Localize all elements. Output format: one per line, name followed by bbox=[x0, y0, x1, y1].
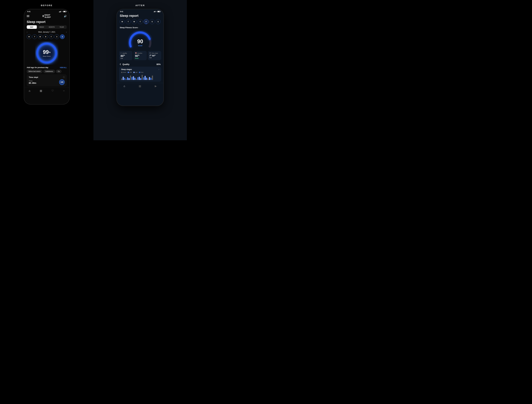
time-tabs: DAY WEEK MONTH YEAR bbox=[27, 25, 67, 29]
right-day-M[interactable]: M bbox=[120, 19, 125, 24]
stages-header[interactable]: Sleep stages › bbox=[121, 68, 159, 71]
routine-sub: Good bbox=[135, 58, 146, 59]
right-status-icons: ‣ bbox=[154, 11, 160, 13]
right-phone: 9:41 ‣ Sleep report M T W T F S bbox=[117, 9, 164, 106]
bar-21 bbox=[150, 78, 152, 80]
bar-9 bbox=[133, 76, 134, 80]
tag-calisthenics[interactable]: Calisthenics bbox=[43, 70, 55, 73]
today-value: 8h 49m bbox=[29, 82, 36, 84]
info-icon[interactable]: ⓘ bbox=[63, 76, 65, 78]
next-date-button[interactable]: › bbox=[66, 31, 67, 33]
rem-label: REM bbox=[129, 72, 132, 73]
brand-logo: 8 EIGHTSLEEP bbox=[43, 14, 51, 18]
right-chart-icon[interactable]: ▩ bbox=[139, 85, 141, 88]
left-phone: 9:41 ‣ 8 EIGHTSLEEP bbox=[24, 9, 69, 104]
bar-11 bbox=[136, 79, 137, 80]
tags-title: Add tags for previous day bbox=[27, 66, 48, 69]
left-status-icons: ‣ bbox=[59, 11, 66, 13]
moon-icon: ☾ bbox=[120, 52, 122, 54]
speaker-icon[interactable]: 🔊 bbox=[64, 15, 67, 18]
legend-rem: REM bbox=[128, 72, 132, 73]
tag-ca[interactable]: Ca bbox=[56, 70, 62, 73]
right-signal-icon bbox=[154, 11, 155, 12]
score-center: 99% Sleep Fitness bbox=[43, 49, 51, 57]
routine-card: 🎴 Routine 90% Good bbox=[133, 51, 147, 60]
right-day-S2[interactable]: S bbox=[156, 19, 161, 24]
wifi-icon: ‣ bbox=[62, 11, 63, 13]
tab-year[interactable]: YEAR bbox=[57, 25, 67, 29]
time-slept-card-label: ⏱ Time slept bbox=[149, 52, 160, 54]
right-page-title: Sleep report bbox=[117, 13, 164, 19]
bar-15 bbox=[142, 75, 143, 80]
prev-date-button[interactable]: ‹ bbox=[27, 31, 27, 33]
fitness-score-chevron: › bbox=[138, 26, 139, 29]
after-label: AFTER bbox=[135, 4, 145, 7]
tags-section: Add tags for previous day VIEW ALL Befor… bbox=[24, 66, 69, 74]
quality-value: 80% bbox=[120, 54, 131, 57]
metric-cards-row: ☾ Quality 80% Fair 🎴 Routine 90% Good ⏱ bbox=[117, 51, 164, 62]
right-day-T2[interactable]: T bbox=[138, 19, 143, 24]
metric-value-row: Today 8h 49m bbox=[29, 80, 36, 84]
bar-14 bbox=[140, 78, 141, 80]
day-S2[interactable]: S bbox=[60, 34, 65, 39]
tab-month[interactable]: MONTH bbox=[47, 25, 57, 29]
quality-section-label: Quality bbox=[122, 63, 129, 65]
svg-text:90: 90 bbox=[137, 39, 143, 45]
tags-header: Add tags for previous day VIEW ALL bbox=[27, 66, 67, 69]
sleep-score-ring: 99% Sleep Fitness bbox=[24, 41, 69, 66]
day-W[interactable]: W bbox=[38, 34, 43, 39]
time-slept-card: Time slept ⓘ Today 8h 49m 100 bbox=[27, 74, 67, 86]
tab-week[interactable]: WEEK bbox=[37, 25, 47, 29]
right-day-W[interactable]: W bbox=[132, 19, 137, 24]
clock-icon: ⏱ bbox=[149, 52, 151, 54]
routine-card-label: 🎴 Routine bbox=[135, 52, 146, 54]
bar-6 bbox=[128, 78, 130, 80]
view-all-button[interactable]: VIEW ALL bbox=[60, 67, 67, 68]
legend-awake: Awake bbox=[121, 72, 126, 73]
metric-row: Today 8h 49m 100 bbox=[29, 79, 65, 85]
right-play-icon[interactable]: ▶ bbox=[155, 85, 157, 88]
quality-sub: Fair bbox=[120, 58, 131, 59]
right-day-S1[interactable]: S bbox=[150, 19, 155, 24]
day-M[interactable]: M bbox=[27, 34, 32, 39]
bar-7 bbox=[130, 76, 131, 80]
stages-chart bbox=[121, 74, 159, 80]
heart-nav-icon[interactable]: ♡ bbox=[51, 89, 54, 92]
stages-legend: Awake REM Light Deep bbox=[121, 72, 159, 73]
stages-title: Sleep stages bbox=[121, 68, 132, 71]
tab-day[interactable]: DAY bbox=[27, 25, 37, 29]
bar-19 bbox=[147, 78, 149, 80]
quality-percent: 80% bbox=[157, 63, 161, 65]
bar-5 bbox=[127, 77, 128, 80]
day-R[interactable]: R bbox=[43, 34, 48, 39]
day-T1[interactable]: T bbox=[32, 34, 37, 39]
legend-deep: Deep bbox=[139, 72, 143, 73]
light-dot bbox=[133, 72, 135, 73]
tag-before-bed[interactable]: Before bed stretch bbox=[27, 70, 43, 73]
right-day-F[interactable]: F bbox=[144, 19, 149, 24]
chart-nav-icon[interactable]: ▩ bbox=[40, 89, 42, 92]
svg-text:Good: Good bbox=[138, 45, 142, 46]
hamburger-button[interactable] bbox=[27, 15, 29, 17]
bar-3 bbox=[124, 78, 125, 80]
current-date: Wed, January 7, 2021 bbox=[38, 31, 55, 33]
time-slept-sub: Fair bbox=[149, 57, 160, 59]
bar-2 bbox=[123, 77, 124, 80]
day-S1[interactable]: S bbox=[54, 34, 59, 39]
score-percent-symbol: % bbox=[49, 51, 51, 53]
right-status-time: 9:41 bbox=[120, 11, 123, 13]
right-wifi-icon: ‣ bbox=[156, 11, 157, 13]
day-F[interactable]: F bbox=[49, 34, 54, 39]
routine-value: 90% bbox=[135, 54, 146, 57]
right-home-icon[interactable]: ⌂ bbox=[124, 85, 125, 88]
brand-icon: 8 bbox=[43, 15, 44, 18]
arc-svg: 90 Good bbox=[128, 30, 152, 49]
wave-nav-icon[interactable]: ⎓ bbox=[63, 89, 65, 92]
fitness-score-header[interactable]: Sleep Fitness Score › bbox=[117, 26, 164, 30]
deep-label: Deep bbox=[141, 72, 143, 73]
home-nav-icon[interactable]: ⌂ bbox=[29, 89, 30, 92]
rem-dot bbox=[128, 72, 129, 73]
right-day-T1[interactable]: T bbox=[126, 19, 131, 24]
time-slept-title: Time slept bbox=[29, 76, 38, 78]
light-label: Light bbox=[135, 72, 138, 73]
